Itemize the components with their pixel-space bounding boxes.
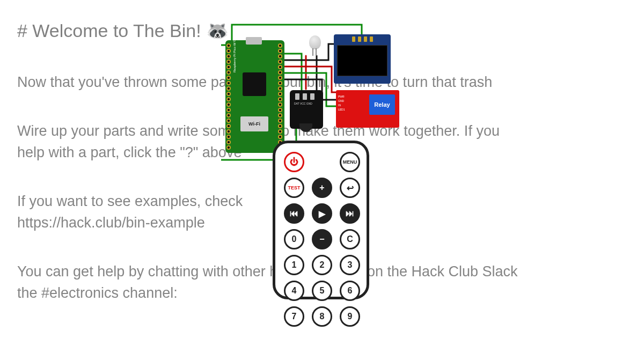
pico-pin-hole <box>278 129 282 134</box>
pico-pin-hole <box>226 135 231 139</box>
remote-button[interactable]: + <box>312 178 332 198</box>
pico-pin-hole <box>226 70 231 75</box>
remote-button[interactable]: MENU <box>340 152 360 172</box>
remote-button[interactable]: 2 <box>312 255 332 275</box>
pico-pin-hole <box>226 49 231 53</box>
remote-button[interactable]: ⏮ <box>284 203 304 224</box>
pico-pin-hole <box>226 43 231 48</box>
pico-pin-hole <box>226 108 231 112</box>
remote-button[interactable]: 3 <box>340 255 360 275</box>
wire <box>284 54 302 91</box>
pico-pin-hole <box>226 92 231 96</box>
remote-button[interactable]: C <box>340 229 360 249</box>
pico-usb-port <box>246 37 262 45</box>
remote-button[interactable]: ⏭ <box>340 203 360 224</box>
remote-button[interactable]: TEST <box>284 178 304 198</box>
pico-pin-hole <box>278 81 282 85</box>
oled-display[interactable] <box>334 34 391 84</box>
paragraph-3-line-1: If you want to see examples, check <box>17 193 243 209</box>
pico-pin-hole <box>226 129 231 134</box>
wire <box>284 67 339 92</box>
ir-receiver-pins <box>295 93 314 100</box>
oled-pin <box>352 36 355 42</box>
circuit-diagram: Wi-Fi Raspberry Pi Pico W ©2022 DAT VCC … <box>221 21 425 300</box>
pico-pin-hole <box>278 92 282 96</box>
pico-rp2040-chip <box>243 72 266 96</box>
pico-pin-hole <box>226 65 231 69</box>
oled-pin <box>370 36 373 42</box>
led-legs <box>312 48 317 56</box>
pico-pin-hole <box>226 102 231 107</box>
pico-pin-hole <box>226 86 231 91</box>
remote-button[interactable]: ▶ <box>312 203 332 224</box>
pico-pin-hole <box>278 102 282 107</box>
paragraph-3-link: https://hack.club/bin-example <box>17 215 205 231</box>
pico-pin-hole <box>226 119 231 123</box>
pico-pin-hole <box>226 54 231 58</box>
remote-button[interactable]: 5 <box>312 281 332 301</box>
pico-pin-hole <box>278 65 282 69</box>
remote-button[interactable]: − <box>312 229 332 249</box>
pico-pin-hole <box>278 60 282 64</box>
relay-pin-label: GND <box>338 99 345 103</box>
pico-pin-hole <box>278 86 282 91</box>
pico-pin-hole <box>226 124 231 128</box>
ir-receiver-module[interactable]: DAT VCC GND <box>290 90 323 129</box>
pico-pin-hole <box>278 43 282 48</box>
pico-pin-hole <box>226 60 231 64</box>
ir-remote[interactable]: ⏻MENUTEST+↩⏮▶⏭0−C123456789 <box>273 141 369 299</box>
pico-pin-row-right <box>278 43 283 150</box>
pico-pin-hole <box>278 124 282 128</box>
remote-button[interactable]: ↩ <box>340 178 360 198</box>
raspberry-pi-pico[interactable]: Wi-Fi Raspberry Pi Pico W ©2022 <box>225 40 284 153</box>
pico-pin-hole <box>278 49 282 53</box>
pico-pin-hole <box>278 76 282 80</box>
remote-button[interactable]: 1 <box>284 255 304 275</box>
relay-pin-labels: PWRGNDINLED1 <box>338 94 345 112</box>
remote-button[interactable]: 8 <box>312 306 332 327</box>
pico-pin-hole <box>278 119 282 123</box>
oled-pins <box>352 36 373 42</box>
oled-pin <box>364 36 367 42</box>
pico-pin-hole <box>278 108 282 112</box>
paragraph-2-line-2: help with a part, click the "?" above <box>17 144 241 160</box>
remote-button[interactable]: 0 <box>284 229 304 249</box>
pico-pin-hole <box>226 81 231 85</box>
ir-receiver-sensor <box>299 123 312 132</box>
led-component[interactable] <box>309 35 321 49</box>
remote-button[interactable]: 6 <box>340 281 360 301</box>
remote-button[interactable]: 7 <box>284 306 304 327</box>
pico-pin-hole <box>278 113 282 117</box>
remote-button-grid: ⏻MENUTEST+↩⏮▶⏭0−C123456789 <box>284 152 358 327</box>
relay-pin-label: LED1 <box>338 107 345 112</box>
pico-pin-hole <box>226 76 231 80</box>
pico-wifi-module: Wi-Fi <box>240 116 268 131</box>
relay-pin-label: PWR <box>338 94 345 99</box>
pico-pin-hole <box>226 140 231 144</box>
oled-pin <box>358 36 361 42</box>
remote-button[interactable]: ⏻ <box>284 152 304 172</box>
pico-pin-hole <box>278 70 282 75</box>
pico-pin-hole <box>226 113 231 117</box>
pico-pin-hole <box>278 54 282 58</box>
remote-button[interactable]: 4 <box>284 281 304 301</box>
pico-board-label: Raspberry Pi Pico W ©2022 <box>233 32 236 72</box>
ir-receiver-pin-labels: DAT VCC GND <box>294 102 312 105</box>
pico-pin-row-left <box>226 43 232 150</box>
pico-pin-hole <box>278 135 282 139</box>
paragraph-4-line-2: the #electronics channel: <box>17 285 178 301</box>
remote-button[interactable]: 9 <box>340 306 360 327</box>
oled-screen <box>337 45 387 76</box>
relay-pin-label: IN <box>338 103 345 107</box>
relay-cube: Relay <box>369 94 395 115</box>
pico-pin-hole <box>278 97 282 101</box>
pico-pin-hole <box>226 97 231 101</box>
relay-module[interactable]: PWRGNDINLED1 Relay <box>336 90 399 128</box>
pico-pin-hole <box>226 145 231 150</box>
